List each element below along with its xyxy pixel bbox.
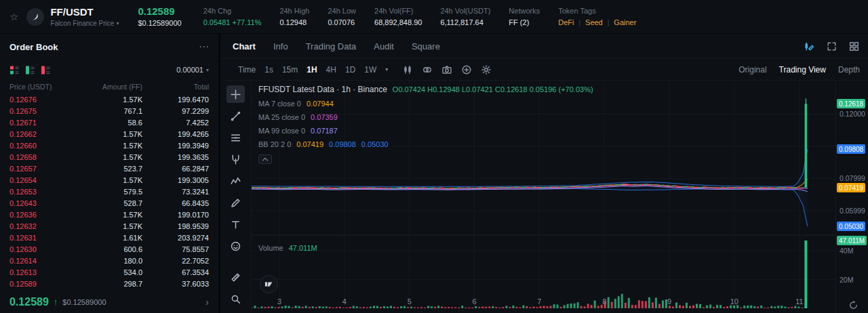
interval-dropdown-caret[interactable]: ▾ [385,66,388,72]
ask-total: 199.3005 [142,176,209,184]
token-tags: DeFi|Seed|Gainer [558,18,636,26]
zoom-tool-icon[interactable] [226,290,245,308]
svg-text:8: 8 [602,297,606,306]
measure-tool-icon[interactable] [226,268,245,286]
interval-4h[interactable]: 4H [326,65,336,75]
ask-amount: 1.61K [72,234,142,242]
ask-amount: 1.57K [72,176,142,184]
chart-settings-icon[interactable] [481,64,492,75]
ask-price: 0.12671 [9,119,72,127]
ask-row[interactable]: 0.12675767.197.2299 [9,105,209,117]
pattern-tool-icon[interactable] [226,172,245,190]
brush-tool-icon[interactable] [226,194,245,211]
ask-amount: 1.57K [72,222,142,230]
ob-view-asks-icon[interactable] [41,65,51,75]
chevron-right-icon[interactable]: › [205,296,209,308]
stat-label: 24h Low [328,7,356,15]
pair-subtitle[interactable]: Falcon Finance Price ▾ [50,20,119,27]
mode-depth[interactable]: Depth [838,65,860,75]
precision-dropdown[interactable]: 0.00001 ▾ [176,66,209,74]
tab-trading-data[interactable]: Trading Data [306,41,357,51]
kline-edit-icon[interactable] [804,41,815,52]
ask-total: 73.3241 [142,188,209,196]
ask-price: 0.12653 [9,188,72,196]
col-total: Total [142,83,209,91]
interval-15m[interactable]: 15m [282,65,298,75]
order-book-last-price: 0.12589 [9,296,49,308]
ask-price: 0.12662 [9,130,72,138]
tab-info[interactable]: Info [273,41,288,51]
more-options-icon[interactable]: ⋯ [199,41,209,53]
ask-row[interactable]: 0.12614180.022.7052 [9,255,209,266]
refresh-icon[interactable] [848,300,859,310]
pitchfork-tool-icon[interactable] [226,150,245,168]
ask-row[interactable]: 0.12657523.766.2847 [9,163,209,174]
fullscreen-icon[interactable] [826,41,837,52]
crosshair-tool-icon[interactable] [226,85,245,103]
chart-mode-group: OriginalTrading ViewDepth [738,65,860,75]
chart-area: 34567891011 FFUSDT Latest Data · 1h · Bi… [220,81,868,313]
chart-panel: ChartInfoTrading DataAuditSquare Time 1s… [220,34,868,313]
ask-row[interactable]: 0.126361.57K199.0170 [9,209,209,220]
ask-row[interactable]: 0.126321.57K198.9539 [9,220,209,232]
ask-row[interactable]: 0.12643528.766.8435 [9,197,209,209]
emoji-tool-icon[interactable] [226,237,245,255]
token-tag-gainer[interactable]: Gainer [614,18,636,26]
ask-total: 97.2299 [142,107,209,115]
content: Order Book ⋯ 0.00001 ▾ Price (USDT) [0,34,868,313]
fib-tool-icon[interactable] [226,129,245,146]
ask-row[interactable]: 0.126541.57K199.3005 [9,174,209,186]
price-axis-tick: 0.07999 [840,174,865,182]
ask-row[interactable]: 0.12613534.067.3534 [9,266,209,278]
ask-amount: 1.57K [72,211,142,219]
ask-row[interactable]: 0.126601.57K199.3949 [9,140,209,151]
ask-total: 199.6470 [142,96,209,104]
tradingview-logo[interactable] [260,275,278,293]
tab-audit[interactable]: Audit [374,41,394,51]
add-indicator-icon[interactable] [461,64,472,75]
layout-grid-icon[interactable] [848,41,860,52]
ask-row[interactable]: 0.12589298.737.6033 [9,278,209,289]
token-tag-seed[interactable]: Seed [585,18,603,26]
tab-chart[interactable]: Chart [233,41,256,51]
ask-row[interactable]: 0.12653579.573.3241 [9,186,209,197]
ask-row[interactable]: 0.1267158.67.4252 [9,117,209,128]
trendline-tool-icon[interactable] [226,107,245,125]
ask-row[interactable]: 0.126581.57K199.3635 [9,151,209,163]
ask-row[interactable]: 0.12630600.675.8557 [9,243,209,255]
ask-amount: 1.57K [72,142,142,150]
mode-original[interactable]: Original [738,65,766,75]
order-book-last-usd: $0.12589000 [62,298,106,306]
chart-canvas[interactable]: 34567891011 FFUSDT Latest Data · 1h · Bi… [252,81,835,313]
price-axis-tick: 0.12000 [840,110,865,118]
ask-price: 0.12654 [9,176,72,184]
mode-trading-view[interactable]: Trading View [779,65,826,75]
ask-price: 0.12658 [9,153,72,161]
price-chart[interactable]: 34567891011 [252,81,835,313]
ob-view-all-icon[interactable] [9,65,20,75]
chart-style-icon[interactable] [402,64,413,75]
interval-1d[interactable]: 1D [345,65,355,75]
ask-amount: 1.57K [72,130,142,138]
tab-square[interactable]: Square [412,41,440,51]
collapse-indicators-button[interactable] [258,154,272,164]
compare-icon[interactable] [422,64,433,75]
ask-row[interactable]: 0.126311.61K203.9274 [9,232,209,243]
coin-logo [26,8,44,26]
interval-1h[interactable]: 1H [307,65,317,75]
order-book-header: Order Book ⋯ [0,34,218,60]
stat-label: Networks [509,7,540,15]
interval-1s[interactable]: 1s [264,65,273,75]
camera-icon[interactable] [441,64,452,75]
last-price-block: 0.12589 $0.12589000 [138,6,181,27]
ask-row[interactable]: 0.126621.57K199.4265 [9,128,209,140]
token-tag-defi[interactable]: DeFi [558,18,574,26]
favorite-star-icon[interactable]: ☆ [9,11,18,23]
interval-1w[interactable]: 1W [364,65,376,75]
ob-view-bids-icon[interactable] [25,65,35,75]
price-axis[interactable]: 0.120000.079990.059990.126180.098080.074… [835,81,868,313]
ask-amount: 528.7 [72,199,142,207]
text-tool-icon[interactable] [226,215,245,233]
stat-value: 0.12948 [279,18,309,26]
ask-row[interactable]: 0.126761.57K199.6470 [9,93,209,105]
